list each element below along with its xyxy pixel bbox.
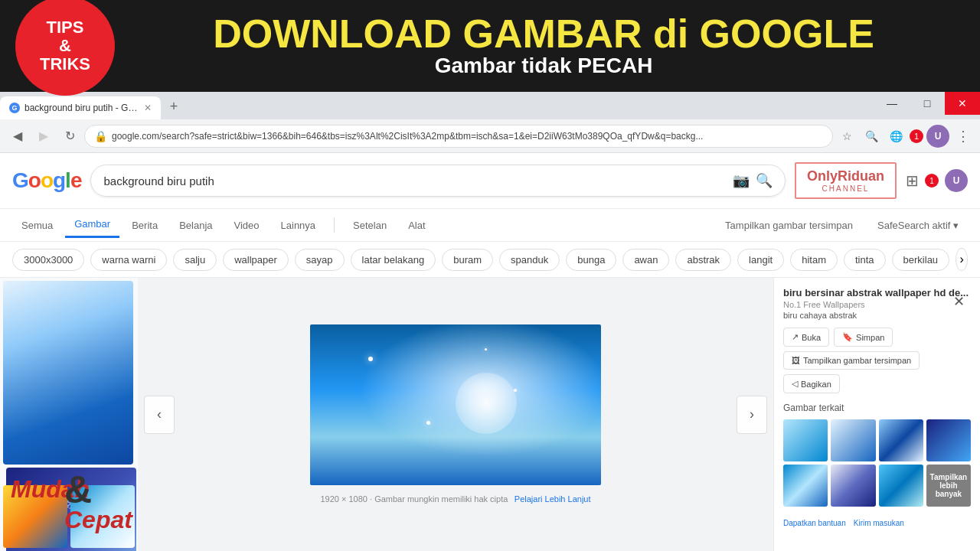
tab-semua[interactable]: Semua [12, 214, 62, 237]
close-button[interactable]: ✕ [945, 92, 980, 115]
tab-belanja[interactable]: Belanja [170, 214, 221, 237]
url-text: google.com/search?safe=strict&biw=1366&b… [112, 131, 823, 142]
images-area: ❄ ❄ ❄ ❄ ❄ ❄ ✦ ✦ Mudah & [0, 278, 980, 551]
tab-berita[interactable]: Berita [122, 214, 167, 237]
tab-alat[interactable]: Alat [399, 214, 434, 237]
menu-icon[interactable]: ⋮ [952, 126, 974, 147]
forward-button[interactable]: ▶ [32, 125, 55, 148]
overlay-image-title: biru bersinar abstrak wallpaper hd de... [783, 287, 971, 298]
banner-title-block: DOWNLOAD GAMBAR di GOOGLE Gambar tidak P… [0, 14, 980, 78]
tab-bar: G background biru putih - Google Search … [0, 92, 980, 119]
search-submit-icon[interactable]: 🔍 [756, 172, 773, 189]
active-tab[interactable]: G background biru putih - Google Search … [0, 96, 161, 119]
back-button[interactable]: ◀ [6, 125, 29, 148]
related-thumb-6[interactable] [831, 465, 875, 507]
sparkle-dot-3 [426, 421, 430, 425]
overlay-close-button[interactable]: ✕ [953, 293, 965, 310]
chip-3000x3000[interactable]: 3000x3000 [12, 249, 84, 271]
notification-badge[interactable]: 1 [910, 129, 923, 143]
top-banner: TIPS & TRIKS DOWNLOAD GAMBAR di GOOGLE G… [0, 0, 980, 92]
related-images-grid: Tampilkan lebih banyak [783, 419, 971, 507]
show-more-label: Tampilkan lebih banyak [929, 473, 968, 498]
chip-warna-warni[interactable]: warna warni [90, 249, 167, 271]
google-header: Google background biru putih 📷 🔍 OnlyRid… [0, 153, 980, 209]
show-more-button[interactable]: Tampilkan lebih banyak [926, 465, 971, 507]
chip-bunga[interactable]: bunga [566, 249, 616, 271]
tab-gambar[interactable]: Gambar [65, 212, 119, 238]
apps-grid-icon[interactable]: ⊞ [906, 171, 919, 190]
header-profile-avatar[interactable]: U [945, 169, 968, 192]
new-tab-button[interactable]: + [164, 96, 184, 116]
chip-wallpaper[interactable]: wallpaper [223, 249, 289, 271]
tab-title: background biru putih - Google Search [24, 103, 139, 113]
chips-next-button[interactable]: › [956, 248, 968, 271]
header-right: ⊞ 1 U [906, 169, 968, 192]
nav-divider [334, 217, 335, 233]
chip-awan[interactable]: awan [622, 249, 669, 271]
share-icon: ◁ [792, 379, 798, 389]
tab-close-icon[interactable]: ✕ [144, 103, 152, 113]
chip-tinta[interactable]: tinta [844, 249, 886, 271]
camera-search-icon[interactable]: 📷 [733, 172, 750, 189]
share-button[interactable]: ◁ Bagikan [783, 374, 840, 393]
related-thumb-5[interactable] [783, 465, 828, 507]
sparkle-effect [456, 373, 517, 434]
search-box[interactable]: background biru putih 📷 🔍 [90, 165, 786, 197]
chip-langit[interactable]: langit [737, 249, 784, 271]
share-label: Bagikan [801, 380, 831, 389]
triks-text: TRIKS [40, 55, 90, 73]
url-bar[interactable]: 🔒 google.com/search?safe=strict&biw=1366… [84, 125, 833, 148]
chip-latar-belakang[interactable]: latar belakang [351, 249, 436, 271]
open-button[interactable]: ↗ Buka [783, 328, 829, 347]
image-caption-area: 1920 × 1080 · Gambar mungkin memiliki ha… [320, 491, 590, 505]
google-logo: Google [12, 168, 81, 193]
left-image-1[interactable] [3, 281, 133, 465]
filter-chips-bar: 3000x3000 warna warni salju wallpaper sa… [0, 242, 980, 278]
send-feedback-link[interactable]: Kirim masukan [854, 519, 904, 527]
saved-images-link[interactable]: Tampilkan gambar tersimpan [716, 214, 862, 237]
prev-image-button[interactable]: ‹ [144, 396, 175, 434]
related-thumb-4[interactable] [926, 419, 971, 461]
image-detail-overlay: ‹ 1920 × 1080 · Gambar mungkin memiliki … [138, 278, 980, 551]
minimize-button[interactable]: — [874, 92, 910, 115]
lock-icon: 🔒 [94, 130, 107, 142]
pelajari-link[interactable]: Pelajari Lebih Lanjut [514, 494, 591, 504]
tab-lainnya[interactable]: Lainnya [272, 214, 325, 237]
extension-icon[interactable]: 🔍 [861, 126, 882, 147]
show-saved-button[interactable]: 🖼 Tampilkan gambar tersimpan [783, 351, 920, 370]
maximize-button[interactable]: □ [910, 92, 945, 115]
chip-spanduk[interactable]: spanduk [499, 249, 560, 271]
chip-salju[interactable]: salju [173, 249, 217, 271]
chip-sayap[interactable]: sayap [295, 249, 345, 271]
overlay-right-panel: biru bersinar abstrak wallpaper hd de...… [773, 278, 980, 551]
related-thumb-7[interactable] [879, 465, 923, 507]
bookmark-icon[interactable]: ☆ [836, 126, 858, 147]
chip-berkilau[interactable]: berkilau [892, 249, 950, 271]
related-thumb-2[interactable] [831, 419, 875, 461]
header-notification-badge[interactable]: 1 [925, 174, 939, 187]
tab-setelan[interactable]: Setelan [344, 214, 396, 237]
related-thumb-3[interactable] [879, 419, 923, 461]
overlay-footer: Dapatkan bantuan Kirim masukan [783, 519, 971, 527]
reload-button[interactable]: ↻ [58, 125, 81, 148]
update-icon[interactable]: 🌐 [885, 126, 906, 147]
open-label: Buka [802, 333, 821, 342]
banner-sub-title: Gambar tidak PECAH [107, 54, 980, 78]
onlyriduan-logo: OnlyRiduan CHANNEL [795, 162, 897, 199]
chip-buram[interactable]: buram [442, 249, 493, 271]
get-help-link[interactable]: Dapatkan bantuan [783, 519, 846, 527]
safesearch-link[interactable]: SafeSearch aktif ▾ [868, 214, 968, 237]
chip-abstrak[interactable]: abstrak [675, 249, 731, 271]
next-image-button[interactable]: › [737, 396, 767, 434]
save-button[interactable]: 🔖 Simpan [834, 328, 893, 347]
google-content: Google background biru putih 📷 🔍 OnlyRid… [0, 153, 980, 551]
tips-circle: TIPS & TRIKS [15, 0, 115, 96]
related-thumb-1[interactable] [783, 419, 828, 461]
window-controls: — □ ✕ [874, 92, 980, 119]
tips-ampersand: & [59, 37, 71, 55]
sparkle-dot-2 [514, 389, 517, 392]
profile-avatar[interactable]: U [926, 125, 949, 148]
address-bar: ◀ ▶ ↻ 🔒 google.com/search?safe=strict&bi… [0, 119, 980, 153]
chip-hitam[interactable]: hitam [790, 249, 838, 271]
tab-video[interactable]: Video [225, 214, 269, 237]
